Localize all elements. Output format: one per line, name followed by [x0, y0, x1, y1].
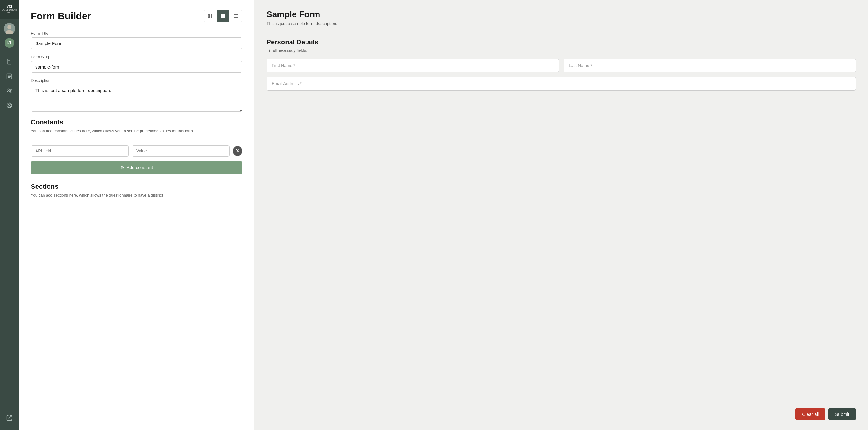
preview-form-title: Sample Form	[267, 10, 856, 19]
svg-point-1	[7, 25, 11, 29]
preview-panel: Sample Form This is just a sample form d…	[254, 0, 868, 430]
preview-form-description: This is just a sample form description.	[267, 21, 856, 26]
preview-section-title: Personal Details	[267, 38, 856, 46]
submit-button[interactable]: Submit	[829, 408, 856, 420]
add-constant-button[interactable]: ⊕ Add constant	[31, 161, 242, 174]
svg-line-15	[9, 416, 12, 419]
sidebar-bottom	[0, 411, 19, 430]
clear-all-button[interactable]: Clear all	[796, 408, 826, 420]
svg-rect-17	[211, 14, 213, 16]
form-title-label: Form Title	[31, 31, 242, 36]
value-input[interactable]	[132, 145, 230, 157]
view-toggle-list[interactable]	[229, 10, 242, 22]
sections-desc: You can add sections here, which allows …	[31, 192, 242, 198]
preview-section-description: Fill all necessary fields.	[267, 48, 856, 53]
svg-point-12	[10, 89, 11, 91]
user-circle-icon[interactable]	[0, 98, 19, 112]
preview-actions: Clear all Submit	[796, 408, 856, 420]
preview-email[interactable]: Email Address *	[267, 77, 856, 91]
svg-rect-21	[221, 16, 225, 18]
sidebar: VDi VALUE DIRECT INC. LT	[0, 0, 19, 430]
preview-first-name[interactable]: First Name *	[267, 59, 559, 72]
page-title: Form Builder	[31, 10, 91, 22]
svg-rect-22	[234, 14, 238, 15]
svg-rect-19	[211, 16, 213, 18]
avatar[interactable]	[4, 23, 15, 34]
export-icon[interactable]	[0, 411, 19, 425]
view-toggle	[204, 10, 242, 22]
sidebar-divider-1	[5, 53, 13, 53]
form-slug-input[interactable]	[31, 61, 242, 73]
panel-header: Form Builder	[31, 10, 242, 22]
constants-desc: You can add constant values here, which …	[31, 128, 242, 134]
svg-rect-16	[208, 14, 210, 16]
form-slug-group: Form Slug	[31, 55, 242, 73]
svg-point-11	[8, 89, 10, 91]
sidebar-logo: VDi VALUE DIRECT INC.	[0, 0, 19, 19]
logo-text: VDi VALUE DIRECT INC.	[0, 5, 19, 14]
constants-title: Constants	[31, 119, 242, 126]
users-icon[interactable]	[0, 84, 19, 98]
svg-rect-3	[7, 59, 11, 64]
view-toggle-grid[interactable]	[204, 10, 217, 22]
user-initials[interactable]: LT	[4, 38, 14, 48]
list-icon[interactable]	[0, 69, 19, 84]
constants-row: ✕	[31, 145, 242, 157]
svg-rect-18	[208, 16, 210, 18]
remove-constant-button[interactable]: ✕	[233, 146, 242, 156]
api-field-input[interactable]	[31, 145, 129, 157]
preview-divider	[267, 31, 856, 31]
svg-rect-20	[221, 14, 225, 16]
preview-last-name[interactable]: Last Name *	[564, 59, 856, 72]
add-constant-label: Add constant	[127, 165, 153, 170]
form-slug-label: Form Slug	[31, 55, 242, 59]
add-icon: ⊕	[120, 165, 124, 170]
preview-name-row: First Name * Last Name *	[267, 59, 856, 72]
description-group: Description This is just a sample form d…	[31, 78, 242, 113]
view-toggle-block[interactable]	[217, 10, 229, 22]
form-title-group: Form Title	[31, 31, 242, 49]
form-builder-panel: Form Builder	[19, 0, 254, 430]
svg-rect-24	[234, 17, 238, 18]
svg-rect-23	[234, 16, 238, 16]
description-textarea[interactable]: This is just a sample form description.	[31, 85, 242, 112]
sections-title: Sections	[31, 183, 242, 191]
svg-point-14	[8, 104, 10, 106]
form-title-input[interactable]	[31, 37, 242, 49]
main-content: Form Builder	[19, 0, 868, 430]
description-label: Description	[31, 78, 242, 83]
document-icon[interactable]	[0, 55, 19, 69]
